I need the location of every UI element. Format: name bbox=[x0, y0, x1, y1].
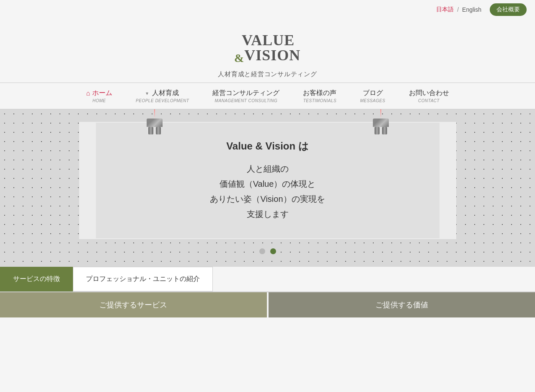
site-header: VALUE &VISION 人材育成と経営コンサルティング bbox=[0, 19, 535, 83]
hero-slider: Value & Vision は 人と組織の 価値観（Value）の体現と あり… bbox=[0, 109, 535, 267]
logo[interactable]: VALUE &VISION bbox=[222, 28, 314, 67]
logo-svg: VALUE &VISION bbox=[222, 28, 314, 65]
main-nav: ⌂ ホーム HOME ▾ 人材育成 PEOPLE DEVELOPMENT 経営コ… bbox=[0, 83, 535, 109]
english-lang-button[interactable]: English bbox=[462, 6, 481, 13]
nav-item-blog[interactable]: ブログ MESSAGES bbox=[348, 87, 397, 105]
service-section: ご提供するサービス ご提供する価値 bbox=[0, 292, 535, 317]
language-switcher: 日本語 / English 会社概要 bbox=[436, 3, 527, 16]
slide-body: 人と組織の 価値観（Value）の体現と ありたい姿（Vision）の実現を 支… bbox=[210, 161, 325, 222]
service-card-value[interactable]: ご提供する価値 bbox=[269, 292, 535, 317]
navigation: ⌂ ホーム HOME ▾ 人材育成 PEOPLE DEVELOPMENT 経営コ… bbox=[0, 83, 535, 109]
slide-paper: Value & Vision は 人と組織の 価値観（Value）の体現と あり… bbox=[79, 122, 456, 239]
nav-item-testimonials[interactable]: お客様の声 TESTIMONIALS bbox=[291, 87, 348, 105]
nav-item-management[interactable]: 経営コンサルティング MANAGEMENT CONSULTING bbox=[201, 87, 291, 105]
company-overview-button[interactable]: 会社概要 bbox=[490, 3, 527, 16]
slide-container: Value & Vision は 人と組織の 価値観（Value）の体現と あり… bbox=[0, 118, 535, 243]
tabs-section: サービスの特徴 プロフェッショナル・ユニットの紹介 bbox=[0, 267, 535, 292]
tab-service-features[interactable]: サービスの特徴 bbox=[0, 267, 73, 291]
binder-clip-right bbox=[372, 109, 389, 134]
site-tagline: 人材育成と経営コンサルティング bbox=[218, 70, 317, 78]
home-icon: ⌂ bbox=[86, 90, 90, 97]
japanese-lang-button[interactable]: 日本語 bbox=[436, 6, 454, 13]
dropdown-arrow-icon: ▾ bbox=[146, 90, 148, 96]
slide-dots bbox=[0, 248, 535, 254]
nav-item-contact[interactable]: お問い合わせ CONTACT bbox=[397, 87, 461, 105]
slide-dot-1[interactable] bbox=[259, 248, 265, 254]
nav-item-people[interactable]: ▾ 人材育成 PEOPLE DEVELOPMENT bbox=[124, 87, 201, 105]
binder-clip-left bbox=[146, 109, 163, 134]
lang-separator: / bbox=[457, 6, 459, 13]
tabs-container: サービスの特徴 プロフェッショナル・ユニットの紹介 bbox=[0, 267, 535, 292]
slide-title: Value & Vision は bbox=[226, 139, 309, 153]
svg-text:&VISION: &VISION bbox=[234, 47, 300, 64]
service-card-services[interactable]: ご提供するサービス bbox=[0, 292, 267, 317]
nav-item-home[interactable]: ⌂ ホーム HOME bbox=[74, 87, 124, 105]
tab-professional-units[interactable]: プロフェッショナル・ユニットの紹介 bbox=[73, 267, 213, 291]
slide-dot-2[interactable] bbox=[270, 248, 276, 254]
svg-text:VALUE: VALUE bbox=[242, 32, 295, 49]
slide-content: Value & Vision は 人と組織の 価値観（Value）の体現と あり… bbox=[96, 123, 439, 238]
top-bar: 日本語 / English 会社概要 bbox=[0, 0, 535, 19]
